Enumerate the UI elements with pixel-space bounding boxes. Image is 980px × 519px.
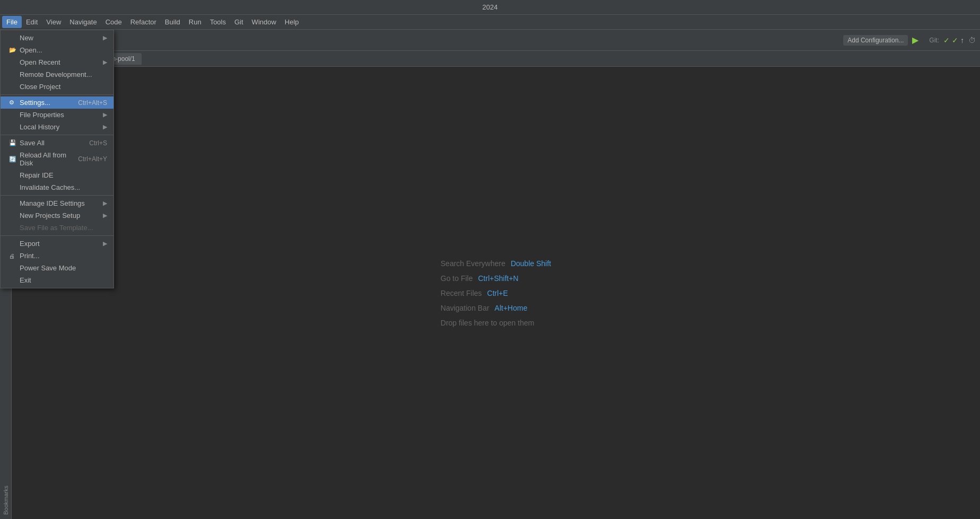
hint-goto-file: Go to File Ctrl+Shift+N — [441, 274, 519, 283]
menu-item-close-project[interactable]: Close Project — [1, 81, 113, 93]
editor-tabs: ogramozas-II/gyakorlat/nappali/zh-pool/1 — [12, 51, 980, 67]
menu-item-remote[interactable]: Remote Development... — [1, 68, 113, 81]
menu-item-save-all[interactable]: 💾 Save All Ctrl+S — [1, 137, 113, 149]
file-properties-label: File Properties — [20, 111, 99, 119]
new-projects-label: New Projects Setup — [20, 212, 99, 219]
git-icon-1[interactable]: ✓ — [943, 36, 950, 45]
toolbar: ≡ ⚙ ✕ Add Configuration... ▶ Git: ✓ ✓ ↑ … — [0, 30, 980, 51]
hint-recent: Recent Files Ctrl+E — [441, 289, 508, 297]
local-history-arrow: ▶ — [103, 124, 107, 130]
hint-navbar-shortcut: Alt+Home — [495, 304, 528, 312]
hint-recent-label: Recent Files — [441, 289, 482, 297]
hint-search-shortcut: Double Shift — [511, 259, 551, 268]
save-all-icon: 💾 — [9, 139, 18, 146]
local-history-label: Local History — [20, 123, 99, 131]
menu-bar: File Edit View Navigate Code Refactor Bu… — [0, 15, 980, 30]
close-project-label: Close Project — [20, 83, 107, 91]
menu-tools[interactable]: Tools — [206, 16, 230, 28]
file-properties-arrow: ▶ — [103, 111, 107, 118]
separator-4 — [1, 235, 113, 236]
hint-recent-shortcut: Ctrl+E — [487, 289, 508, 297]
hint-search-label: Search Everywhere — [441, 259, 505, 268]
hint-navbar: Navigation Bar Alt+Home — [441, 304, 528, 312]
menu-item-open[interactable]: 📂 Open... — [1, 44, 113, 56]
menu-item-open-recent[interactable]: Open Recent ▶ — [1, 56, 113, 68]
separator-3 — [1, 195, 113, 196]
menu-git[interactable]: Git — [230, 16, 248, 28]
git-label: Git: — [929, 37, 939, 44]
menu-item-file-properties[interactable]: File Properties ▶ — [1, 109, 113, 121]
center-hints: Search Everywhere Double Shift Go to Fil… — [441, 259, 551, 327]
save-all-shortcut: Ctrl+S — [89, 139, 107, 147]
menu-item-new-projects-setup[interactable]: New Projects Setup ▶ — [1, 209, 113, 222]
open-icon: 📂 — [9, 47, 18, 54]
export-arrow: ▶ — [103, 240, 107, 247]
menu-item-save-template: Save File as Template... — [1, 222, 113, 234]
exit-label: Exit — [20, 276, 107, 284]
menu-refactor[interactable]: Refactor — [126, 16, 161, 28]
menu-item-repair-ide[interactable]: Repair IDE — [1, 169, 113, 181]
menu-item-power-save[interactable]: Power Save Mode — [1, 262, 113, 274]
hint-goto-label: Go to File — [441, 274, 473, 283]
add-configuration-button[interactable]: Add Configuration... — [843, 35, 908, 46]
run-button[interactable]: ▶ — [912, 35, 918, 45]
menu-item-new[interactable]: New ▶ — [1, 32, 113, 44]
bookmarks-label[interactable]: Bookmarks — [3, 483, 9, 517]
menu-window[interactable]: Window — [248, 16, 281, 28]
menu-item-local-history[interactable]: Local History ▶ — [1, 121, 113, 133]
export-label: Export — [20, 240, 99, 248]
git-icon-3[interactable]: ↑ — [960, 36, 964, 45]
new-label: New — [20, 34, 99, 42]
remote-label: Remote Development... — [20, 71, 107, 78]
hint-search: Search Everywhere Double Shift — [441, 259, 551, 268]
menu-code[interactable]: Code — [101, 16, 126, 28]
menu-item-invalidate[interactable]: Invalidate Caches... — [1, 181, 113, 193]
open-label: Open... — [20, 46, 107, 54]
menu-item-export[interactable]: Export ▶ — [1, 237, 113, 250]
git-icon-2[interactable]: ✓ — [952, 36, 958, 45]
editor-content: Search Everywhere Double Shift Go to Fil… — [12, 67, 980, 519]
open-recent-arrow: ▶ — [103, 59, 107, 66]
menu-build[interactable]: Build — [161, 16, 185, 28]
menu-item-print[interactable]: 🖨 Print... — [1, 250, 113, 262]
hint-goto-shortcut: Ctrl+Shift+N — [478, 274, 518, 283]
save-template-label: Save File as Template... — [20, 224, 107, 232]
menu-navigate[interactable]: Navigate — [65, 16, 101, 28]
clock-icon[interactable]: ⏱ — [968, 36, 976, 45]
print-label: Print... — [20, 252, 107, 260]
menu-run[interactable]: Run — [185, 16, 206, 28]
repair-ide-label: Repair IDE — [20, 171, 107, 179]
new-arrow: ▶ — [103, 34, 107, 41]
settings-icon: ⚙ — [9, 99, 18, 106]
menu-edit[interactable]: Edit — [22, 16, 42, 28]
power-save-label: Power Save Mode — [20, 264, 107, 272]
menu-item-settings[interactable]: ⚙ Settings... Ctrl+Alt+S — [1, 96, 113, 109]
title-bar: 2024 — [0, 0, 980, 15]
file-dropdown-menu: New ▶ 📂 Open... Open Recent ▶ Remote Dev… — [0, 30, 114, 288]
menu-item-exit[interactable]: Exit — [1, 274, 113, 286]
save-all-label: Save All — [20, 139, 78, 147]
settings-label: Settings... — [20, 99, 67, 107]
menu-item-reload[interactable]: 🔄 Reload All from Disk Ctrl+Alt+Y — [1, 149, 113, 169]
invalidate-label: Invalidate Caches... — [20, 183, 107, 191]
title-text: 2024 — [483, 3, 498, 11]
menu-view[interactable]: View — [42, 16, 65, 28]
main-area: Structure Bookmarks ogramozas-II/gyakorl… — [0, 51, 980, 519]
menu-file[interactable]: File — [2, 16, 22, 28]
editor-area: ogramozas-II/gyakorlat/nappali/zh-pool/1… — [12, 51, 980, 519]
hint-navbar-label: Navigation Bar — [441, 304, 489, 312]
menu-help[interactable]: Help — [281, 16, 303, 28]
manage-ide-label: Manage IDE Settings — [20, 199, 99, 207]
hint-drop: Drop files here to open them — [441, 319, 535, 327]
reload-shortcut: Ctrl+Alt+Y — [78, 155, 107, 163]
new-projects-arrow: ▶ — [103, 212, 107, 219]
settings-shortcut: Ctrl+Alt+S — [78, 99, 107, 107]
open-recent-label: Open Recent — [20, 58, 99, 66]
print-icon: 🖨 — [9, 253, 18, 259]
reload-icon: 🔄 — [9, 156, 18, 163]
separator-2 — [1, 135, 113, 135]
menu-item-manage-ide[interactable]: Manage IDE Settings ▶ — [1, 197, 113, 209]
separator-1 — [1, 94, 113, 95]
manage-ide-arrow: ▶ — [103, 200, 107, 207]
reload-label: Reload All from Disk — [20, 151, 67, 167]
